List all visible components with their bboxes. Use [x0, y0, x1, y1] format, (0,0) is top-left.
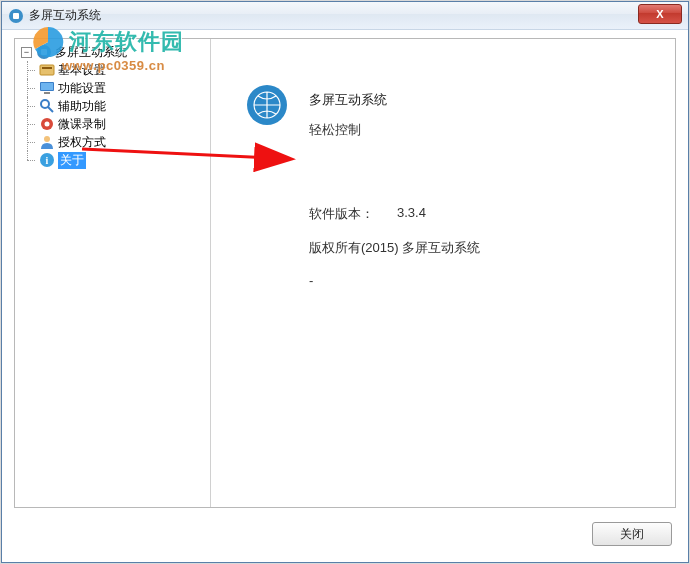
version-value: 3.3.4 [397, 205, 426, 220]
close-icon: X [656, 8, 663, 20]
titlebar[interactable]: 多屏互动系统 X [2, 2, 688, 30]
collapse-icon[interactable]: − [21, 47, 32, 58]
tree-item-label: 关于 [58, 152, 86, 169]
svg-rect-7 [41, 83, 53, 90]
app-slogan-text: 轻松控制 [309, 121, 361, 139]
app-logo-icon [247, 85, 287, 125]
window-title: 多屏互动系统 [29, 7, 684, 24]
tree-root-label: 多屏互动系统 [55, 44, 127, 61]
detail-panel: 多屏互动系统 轻松控制 软件版本： 3.3.4 版权所有(2015) 多屏互动系… [211, 39, 675, 507]
tree-item-basic-settings[interactable]: 基本设置 [37, 61, 210, 79]
svg-point-9 [41, 100, 49, 108]
app-name-text: 多屏互动系统 [309, 91, 387, 109]
tree-item-label: 授权方式 [58, 134, 106, 151]
tree-item-about[interactable]: i 关于 [37, 151, 210, 169]
svg-rect-1 [13, 13, 19, 19]
svg-line-10 [48, 107, 53, 112]
svg-point-13 [44, 136, 50, 142]
tree-root-node[interactable]: − 多屏互动系统 [19, 43, 210, 61]
tree-item-label: 微课录制 [58, 116, 106, 133]
svg-point-12 [45, 122, 50, 127]
app-icon [8, 8, 24, 24]
info-icon: i [39, 152, 55, 168]
svg-rect-5 [42, 67, 52, 69]
extra-text: - [309, 273, 313, 288]
dialog-window: 多屏互动系统 X − 多屏互动系统 [1, 1, 689, 563]
tree-item-assist[interactable]: 辅助功能 [37, 97, 210, 115]
copyright-text: 版权所有(2015) 多屏互动系统 [309, 239, 480, 257]
monitor-icon [39, 80, 55, 96]
close-button[interactable]: 关闭 [592, 522, 672, 546]
tree-item-auth[interactable]: 授权方式 [37, 133, 210, 151]
tree-item-function-settings[interactable]: 功能设置 [37, 79, 210, 97]
tree-panel: − 多屏互动系统 基本设置 [15, 39, 211, 507]
tree-item-label: 功能设置 [58, 80, 106, 97]
user-icon [39, 134, 55, 150]
app-root-icon [36, 44, 52, 60]
window-close-button[interactable]: X [638, 4, 682, 24]
tree-children: 基本设置 功能设置 辅助功能 [19, 61, 210, 169]
svg-text:i: i [46, 155, 49, 166]
tree-item-label: 辅助功能 [58, 98, 106, 115]
tree-item-record[interactable]: 微课录制 [37, 115, 210, 133]
close-button-label: 关闭 [620, 526, 644, 543]
settings-icon [39, 62, 55, 78]
tree-item-label: 基本设置 [58, 62, 106, 79]
svg-rect-4 [40, 65, 54, 75]
record-icon [39, 116, 55, 132]
content-area: − 多屏互动系统 基本设置 [14, 38, 676, 508]
svg-rect-8 [44, 92, 50, 94]
version-label: 软件版本： [309, 205, 374, 223]
svg-rect-3 [41, 49, 47, 55]
search-icon [39, 98, 55, 114]
